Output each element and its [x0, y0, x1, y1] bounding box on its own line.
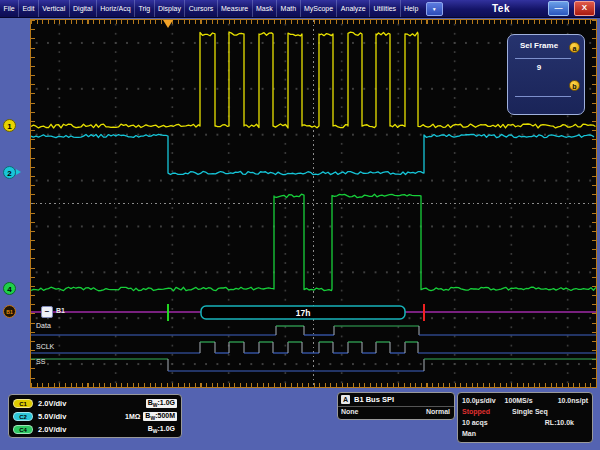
trigger-source-title[interactable]: B1 Bus SPI [354, 395, 394, 404]
channel1-scale[interactable]: 2.0V/div [38, 399, 66, 408]
timebase-scale[interactable]: 10.0µs/div [462, 397, 496, 404]
menu-digital[interactable]: Digital [70, 0, 97, 17]
channel1-badge[interactable]: C1 [13, 399, 33, 408]
menu-math[interactable]: Math [277, 0, 300, 17]
sel-frame-divider [515, 96, 571, 97]
close-button[interactable]: X [574, 1, 595, 16]
acq-state-row: Stopped Single Seq [462, 406, 588, 417]
acq-trig-row: Man [462, 428, 588, 439]
sel-frame-title: Sel Frame [508, 41, 570, 50]
acquisition-state: Stopped [462, 408, 490, 415]
timebase-row: 10.0µs/div 100MS/s 10.0ns/pt [462, 395, 588, 406]
channel-readout-panel: C1 2.0V/div BW:1.0G C2 5.0V/div 1MΩ BW:5… [8, 394, 182, 438]
menu-utilities[interactable]: Utilities [370, 0, 400, 17]
trigger-position-icon[interactable] [163, 20, 173, 28]
bus-collapse-button[interactable]: − [41, 306, 53, 318]
acquisition-count: 10 acqs [462, 419, 488, 426]
acquisition-mode[interactable]: Single Seq [512, 408, 548, 415]
record-length: RL:10.0k [545, 419, 574, 426]
tek-logo: Tek [492, 3, 510, 14]
bus-b1-label[interactable]: B1 [56, 307, 65, 314]
trigger-source-row: A B1 Bus SPI [338, 393, 454, 407]
menu-measure[interactable]: Measure [218, 0, 253, 17]
sel-frame-value[interactable]: 9 [508, 63, 570, 72]
menu-mask[interactable]: Mask [253, 0, 278, 17]
menu-overflow-button[interactable]: ▼ [426, 2, 443, 16]
oscilloscope-screen: File Edit Vertical Digital Horiz/Acq Tri… [0, 0, 600, 450]
channel2-row: C2 5.0V/div 1MΩ BW:500M [13, 410, 177, 423]
sel-frame-panel: Sel Frame a b 9 [507, 34, 585, 115]
menu-horiz-acq[interactable]: Horiz/Acq [97, 0, 135, 17]
channel-marker-B1[interactable]: B1 [3, 305, 16, 318]
menu-trig[interactable]: Trig [135, 0, 155, 17]
bus-ss-label: SS [36, 358, 45, 365]
channel1-row: C1 2.0V/div BW:1.0G [13, 397, 177, 410]
channel4-scale[interactable]: 2.0V/div [38, 425, 66, 434]
sample-rate: 100MS/s [505, 397, 533, 404]
trigger-readout-panel: A B1 Bus SPI None Normal [337, 392, 455, 420]
menu-analyze[interactable]: Analyze [337, 0, 370, 17]
acquisition-readout-panel: 10.0µs/div 100MS/s 10.0ns/pt Stopped Sin… [457, 392, 593, 443]
bus-data-label: Data [36, 322, 51, 329]
menu-cursors[interactable]: Cursors [185, 0, 217, 17]
knob-a-icon: a [569, 42, 580, 53]
menu-display[interactable]: Display [155, 0, 186, 17]
sample-resolution: 10.0ns/pt [558, 397, 588, 404]
trigger-a-badge-icon: A [341, 395, 350, 404]
acq-count-row: 10 acqs RL:10.0k [462, 417, 588, 428]
knob-b-icon: b [569, 80, 580, 91]
channel2-impedance: 1MΩ [125, 413, 140, 420]
bus-sclk-label: SCLK [36, 343, 54, 350]
menu-vertical[interactable]: Vertical [39, 0, 70, 17]
manual-trigger-label: Man [462, 430, 476, 437]
channel4-badge[interactable]: C4 [13, 425, 33, 434]
channel2-badge[interactable]: C2 [13, 412, 33, 421]
menu-help[interactable]: Help [401, 0, 422, 17]
channel-marker-2[interactable]: 2 [3, 166, 16, 179]
trigger-mode-row: None Normal [338, 407, 454, 415]
menu-bar: File Edit Vertical Digital Horiz/Acq Tri… [0, 0, 600, 18]
channel2-bandwidth[interactable]: BW:500M [143, 412, 177, 421]
trigger-holdoff[interactable]: None [341, 408, 359, 415]
trigger-mode[interactable]: Normal [426, 408, 450, 415]
menu-myscope[interactable]: MyScope [301, 0, 338, 17]
channel4-row: C4 2.0V/div BW:1.0G [13, 423, 177, 436]
bus-decode-value: 17h [296, 308, 311, 318]
menu-edit[interactable]: Edit [19, 0, 39, 17]
channel-marker-1[interactable]: 1 [3, 119, 16, 132]
channel2-scale[interactable]: 5.0V/div [38, 412, 66, 421]
sel-frame-divider [515, 58, 571, 59]
channel2-position-arrow-icon[interactable] [16, 169, 21, 175]
titlebar-right: Tek — X [492, 0, 600, 17]
channel4-bandwidth[interactable]: BW:1.0G [146, 425, 177, 434]
channel-marker-4[interactable]: 4 [3, 282, 16, 295]
channel1-bandwidth[interactable]: BW:1.0G [146, 399, 177, 408]
minimize-button[interactable]: — [548, 1, 569, 16]
menu-file[interactable]: File [0, 0, 19, 17]
